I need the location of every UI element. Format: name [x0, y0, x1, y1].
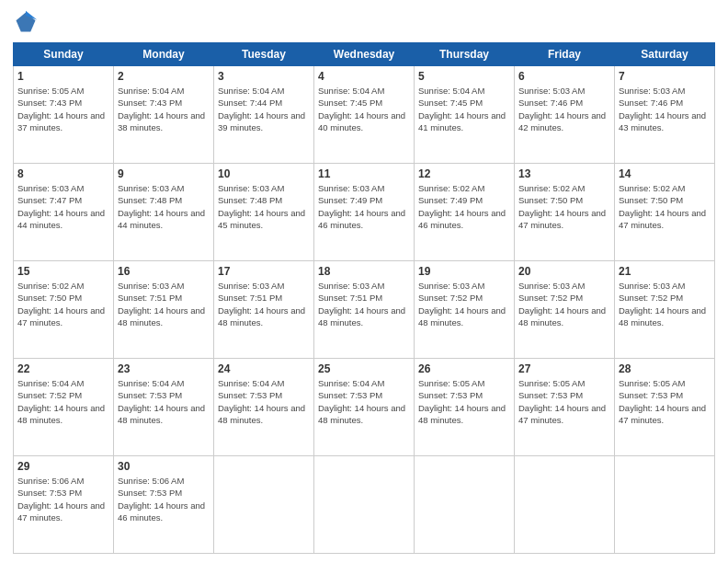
day-number: 21 [619, 265, 711, 278]
day-info: Sunrise: 5:05 AMSunset: 7:53 PMDaylight:… [418, 377, 510, 426]
calendar-cell: 8Sunrise: 5:03 AMSunset: 7:47 PMDaylight… [14, 164, 114, 261]
day-number: 24 [218, 362, 310, 375]
weekday-header-row: SundayMondayTuesdayWednesdayThursdayFrid… [14, 43, 715, 66]
day-info: Sunrise: 5:03 AMSunset: 7:49 PMDaylight:… [318, 182, 410, 231]
day-info: Sunrise: 5:04 AMSunset: 7:43 PMDaylight:… [118, 85, 210, 133]
calendar-cell: 9Sunrise: 5:03 AMSunset: 7:48 PMDaylight… [114, 164, 214, 261]
day-info: Sunrise: 5:03 AMSunset: 7:47 PMDaylight:… [17, 182, 109, 231]
day-info: Sunrise: 5:03 AMSunset: 7:51 PMDaylight:… [118, 280, 210, 328]
day-number: 19 [418, 265, 510, 278]
week-row-3: 15Sunrise: 5:02 AMSunset: 7:50 PMDayligh… [14, 261, 715, 359]
calendar-cell: 1Sunrise: 5:05 AMSunset: 7:43 PMDaylight… [14, 66, 114, 164]
day-number: 27 [518, 362, 610, 375]
day-number: 2 [118, 70, 210, 83]
day-info: Sunrise: 5:06 AMSunset: 7:53 PMDaylight:… [17, 475, 109, 523]
day-info: Sunrise: 5:06 AMSunset: 7:53 PMDaylight:… [118, 475, 210, 523]
day-info: Sunrise: 5:03 AMSunset: 7:51 PMDaylight:… [218, 280, 310, 328]
day-number: 13 [518, 167, 610, 180]
logo [13, 9, 42, 35]
weekday-header-wednesday: Wednesday [314, 43, 415, 66]
calendar-cell: 12Sunrise: 5:02 AMSunset: 7:49 PMDayligh… [415, 164, 515, 261]
calendar-cell [515, 456, 615, 554]
day-info: Sunrise: 5:04 AMSunset: 7:53 PMDaylight:… [118, 377, 210, 426]
calendar-cell: 21Sunrise: 5:03 AMSunset: 7:52 PMDayligh… [615, 261, 715, 359]
day-info: Sunrise: 5:03 AMSunset: 7:46 PMDaylight:… [619, 85, 711, 133]
calendar-cell: 15Sunrise: 5:02 AMSunset: 7:50 PMDayligh… [14, 261, 114, 359]
day-info: Sunrise: 5:03 AMSunset: 7:46 PMDaylight:… [518, 85, 610, 133]
calendar-cell [415, 456, 515, 554]
header [13, 9, 715, 35]
day-info: Sunrise: 5:02 AMSunset: 7:50 PMDaylight:… [17, 280, 109, 328]
calendar-cell: 13Sunrise: 5:02 AMSunset: 7:50 PMDayligh… [515, 164, 615, 261]
day-info: Sunrise: 5:03 AMSunset: 7:48 PMDaylight:… [218, 182, 310, 231]
day-number: 16 [118, 265, 210, 278]
week-row-1: 1Sunrise: 5:05 AMSunset: 7:43 PMDaylight… [14, 66, 715, 164]
day-number: 15 [17, 265, 109, 278]
day-number: 25 [318, 362, 410, 375]
day-number: 29 [17, 460, 109, 473]
day-number: 7 [619, 70, 711, 83]
calendar-cell: 5Sunrise: 5:04 AMSunset: 7:45 PMDaylight… [415, 66, 515, 164]
day-info: Sunrise: 5:05 AMSunset: 7:53 PMDaylight:… [518, 377, 610, 426]
weekday-header-saturday: Saturday [615, 43, 715, 66]
day-number: 26 [418, 362, 510, 375]
day-info: Sunrise: 5:02 AMSunset: 7:50 PMDaylight:… [518, 182, 610, 231]
day-info: Sunrise: 5:02 AMSunset: 7:50 PMDaylight:… [619, 182, 711, 231]
calendar-cell: 6Sunrise: 5:03 AMSunset: 7:46 PMDaylight… [515, 66, 615, 164]
day-number: 22 [17, 362, 109, 375]
calendar-cell: 19Sunrise: 5:03 AMSunset: 7:52 PMDayligh… [415, 261, 515, 359]
day-number: 10 [218, 167, 310, 180]
weekday-header-friday: Friday [515, 43, 615, 66]
day-info: Sunrise: 5:02 AMSunset: 7:49 PMDaylight:… [418, 182, 510, 231]
day-info: Sunrise: 5:03 AMSunset: 7:52 PMDaylight:… [619, 280, 711, 328]
day-number: 14 [619, 167, 711, 180]
day-number: 23 [118, 362, 210, 375]
weekday-header-tuesday: Tuesday [214, 43, 314, 66]
day-info: Sunrise: 5:03 AMSunset: 7:52 PMDaylight:… [518, 280, 610, 328]
calendar-cell: 18Sunrise: 5:03 AMSunset: 7:51 PMDayligh… [314, 261, 415, 359]
weekday-header-monday: Monday [114, 43, 214, 66]
calendar-cell: 11Sunrise: 5:03 AMSunset: 7:49 PMDayligh… [314, 164, 415, 261]
day-info: Sunrise: 5:04 AMSunset: 7:52 PMDaylight:… [17, 377, 109, 426]
calendar-cell: 27Sunrise: 5:05 AMSunset: 7:53 PMDayligh… [515, 359, 615, 456]
day-number: 12 [418, 167, 510, 180]
logo-icon [13, 9, 39, 35]
day-info: Sunrise: 5:03 AMSunset: 7:52 PMDaylight:… [418, 280, 510, 328]
day-info: Sunrise: 5:04 AMSunset: 7:53 PMDaylight:… [218, 377, 310, 426]
calendar-cell [314, 456, 415, 554]
calendar-cell: 17Sunrise: 5:03 AMSunset: 7:51 PMDayligh… [214, 261, 314, 359]
day-number: 28 [619, 362, 711, 375]
calendar-cell [214, 456, 314, 554]
calendar-table: SundayMondayTuesdayWednesdayThursdayFrid… [13, 42, 715, 554]
calendar-cell: 4Sunrise: 5:04 AMSunset: 7:45 PMDaylight… [314, 66, 415, 164]
page: SundayMondayTuesdayWednesdayThursdayFrid… [0, 0, 728, 563]
calendar-cell: 3Sunrise: 5:04 AMSunset: 7:44 PMDaylight… [214, 66, 314, 164]
day-number: 20 [518, 265, 610, 278]
calendar-cell: 10Sunrise: 5:03 AMSunset: 7:48 PMDayligh… [214, 164, 314, 261]
day-info: Sunrise: 5:03 AMSunset: 7:51 PMDaylight:… [318, 280, 410, 328]
day-number: 30 [118, 460, 210, 473]
weekday-header-sunday: Sunday [14, 43, 114, 66]
calendar-cell: 30Sunrise: 5:06 AMSunset: 7:53 PMDayligh… [114, 456, 214, 554]
week-row-5: 29Sunrise: 5:06 AMSunset: 7:53 PMDayligh… [14, 456, 715, 554]
calendar-cell: 26Sunrise: 5:05 AMSunset: 7:53 PMDayligh… [415, 359, 515, 456]
day-number: 4 [318, 70, 410, 83]
calendar-cell: 16Sunrise: 5:03 AMSunset: 7:51 PMDayligh… [114, 261, 214, 359]
day-number: 3 [218, 70, 310, 83]
calendar-cell: 28Sunrise: 5:05 AMSunset: 7:53 PMDayligh… [615, 359, 715, 456]
day-number: 11 [318, 167, 410, 180]
day-info: Sunrise: 5:05 AMSunset: 7:43 PMDaylight:… [17, 85, 109, 133]
calendar-cell [615, 456, 715, 554]
day-number: 5 [418, 70, 510, 83]
calendar-cell: 14Sunrise: 5:02 AMSunset: 7:50 PMDayligh… [615, 164, 715, 261]
calendar-cell: 29Sunrise: 5:06 AMSunset: 7:53 PMDayligh… [14, 456, 114, 554]
calendar-cell: 24Sunrise: 5:04 AMSunset: 7:53 PMDayligh… [214, 359, 314, 456]
calendar-cell: 22Sunrise: 5:04 AMSunset: 7:52 PMDayligh… [14, 359, 114, 456]
day-number: 18 [318, 265, 410, 278]
day-info: Sunrise: 5:04 AMSunset: 7:44 PMDaylight:… [218, 85, 310, 133]
day-info: Sunrise: 5:04 AMSunset: 7:45 PMDaylight:… [418, 85, 510, 133]
calendar-cell: 7Sunrise: 5:03 AMSunset: 7:46 PMDaylight… [615, 66, 715, 164]
day-info: Sunrise: 5:05 AMSunset: 7:53 PMDaylight:… [619, 377, 711, 426]
day-number: 9 [118, 167, 210, 180]
week-row-4: 22Sunrise: 5:04 AMSunset: 7:52 PMDayligh… [14, 359, 715, 456]
